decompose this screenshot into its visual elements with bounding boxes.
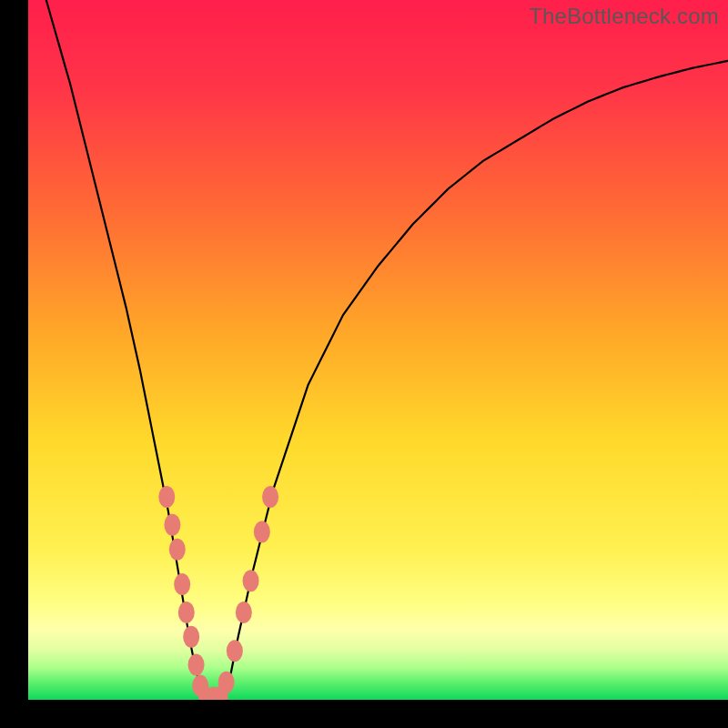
chart-frame: TheBottleneck.com (28, 0, 728, 700)
curve-marker (227, 640, 243, 662)
curve-marker (254, 521, 270, 542)
curve-marker (178, 602, 195, 623)
bottleneck-curve-svg (28, 0, 728, 700)
curve-marker (174, 573, 190, 595)
watermark-text: TheBottleneck.com (529, 4, 719, 29)
curve-markers (158, 486, 278, 700)
curve-marker (236, 602, 252, 623)
curve-marker (164, 514, 180, 536)
curve-marker (183, 626, 199, 648)
curve-marker (188, 654, 205, 676)
curve-marker (262, 486, 278, 508)
curve-marker (243, 570, 259, 592)
bottleneck-curve (28, 0, 728, 700)
curve-marker (169, 539, 186, 561)
curve-marker (158, 486, 175, 508)
plot-area: TheBottleneck.com (28, 0, 728, 700)
curve-marker (218, 672, 235, 693)
